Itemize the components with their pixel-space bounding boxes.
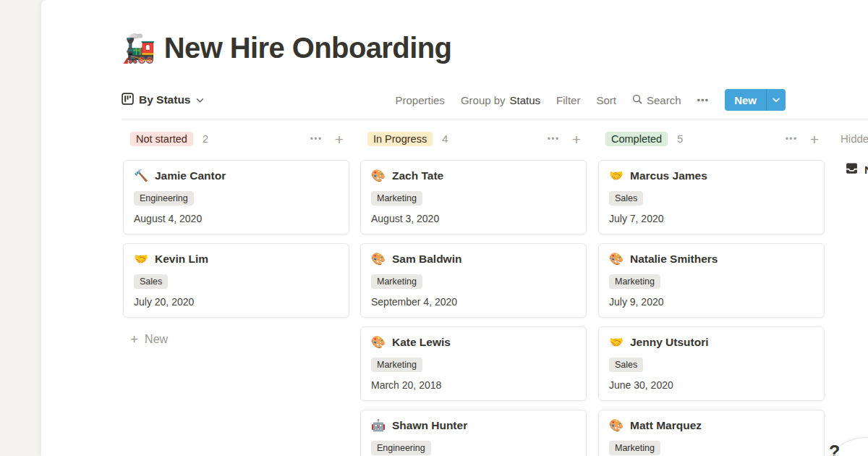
palette-icon: 🎨 <box>371 335 386 349</box>
card-name: Kate Lewis <box>392 336 451 349</box>
card-jenny-utsutori[interactable]: 🤝Jenny Utsutori Sales June 30, 2020 <box>598 326 825 401</box>
card-date: July 20, 2020 <box>134 296 339 308</box>
card-date: July 9, 2020 <box>609 296 814 308</box>
robot-icon: 🤖 <box>371 418 386 432</box>
card-name: Kevin Lim <box>155 253 208 266</box>
card-shawn-hunter[interactable]: 🤖Shawn Hunter Engineering <box>360 410 587 456</box>
search-label: Search <box>647 94 681 106</box>
group-count: 5 <box>677 133 683 145</box>
card-name: Shawn Hunter <box>392 419 467 432</box>
page-title-text: New Hire Onboarding <box>164 32 452 64</box>
card-date: September 4, 2020 <box>371 296 576 308</box>
group-count: 2 <box>203 133 208 145</box>
chevron-down-icon <box>196 93 204 106</box>
card-list: 🤝Marcus James Sales July 7, 2020 🎨Natali… <box>598 160 825 456</box>
card-date: August 3, 2020 <box>371 213 576 224</box>
group-by-prefix: Group by <box>461 94 506 106</box>
group-pill-not-started[interactable]: Not started <box>130 132 193 146</box>
search-button[interactable]: Search <box>632 94 681 106</box>
new-button[interactable]: New <box>725 89 786 111</box>
card-tag: Marketing <box>371 274 422 289</box>
card-date: July 7, 2020 <box>609 213 814 224</box>
add-card-label: New <box>145 333 168 346</box>
column-more-icon[interactable]: ••• <box>786 134 798 144</box>
view-switcher[interactable]: By Status <box>122 93 204 108</box>
palette-icon: 🎨 <box>609 252 624 266</box>
card-zach-tate[interactable]: 🎨Zach Tate Marketing August 3, 2020 <box>360 160 587 235</box>
column-completed: Completed 5 ••• + 🤝Marcus James Sales Ju… <box>598 129 825 149</box>
column-header: In Progress 4 ••• + <box>360 129 587 149</box>
card-date: June 30, 2020 <box>609 379 814 391</box>
card-name: Jamie Cantor <box>155 169 226 182</box>
card-tag: Engineering <box>371 441 431 455</box>
card-name: Natalie Smithers <box>630 253 718 266</box>
card-name: Zach Tate <box>392 169 443 182</box>
sort-button[interactable]: Sort <box>596 94 616 106</box>
column-add-icon[interactable]: + <box>572 132 581 147</box>
card-tag: Marketing <box>371 191 422 206</box>
toolbar-right: Properties Group by Status Filter Sort S… <box>396 89 786 111</box>
hidden-groups-toggle[interactable]: Hidden groups <box>841 132 868 145</box>
properties-button[interactable]: Properties <box>396 94 445 106</box>
card-list: 🔨Jamie Cantor Engineering August 4, 2020… <box>123 160 349 347</box>
card-tag: Engineering <box>134 191 194 206</box>
card-tag: Sales <box>609 358 643 372</box>
group-count: 4 <box>442 133 448 145</box>
palette-icon: 🎨 <box>371 169 386 182</box>
column-add-icon[interactable]: + <box>335 132 344 147</box>
card-name: Sam Baldwin <box>392 253 461 266</box>
card-tag: Marketing <box>371 358 422 372</box>
toolbar: By Status Properties Group by Status Fil… <box>122 88 786 111</box>
card-name: Jenny Utsutori <box>630 336 709 349</box>
plus-icon: + <box>130 332 138 347</box>
column-add-icon[interactable]: + <box>810 132 819 147</box>
inbox-icon <box>845 161 859 178</box>
card-tag: Sales <box>134 274 168 289</box>
card-jamie-cantor[interactable]: 🔨Jamie Cantor Engineering August 4, 2020 <box>123 160 349 235</box>
page-title: 🚂 New Hire Onboarding <box>122 32 451 64</box>
hidden-group-name: No Status <box>864 164 868 177</box>
card-kevin-lim[interactable]: 🤝Kevin Lim Sales July 20, 2020 <box>123 243 349 318</box>
handshake-icon: 🤝 <box>609 335 624 349</box>
search-icon <box>632 94 642 106</box>
column-header: Completed 5 ••• + <box>598 129 825 149</box>
column-in-progress: In Progress 4 ••• + 🎨Zach Tate Marketing… <box>360 129 587 149</box>
card-name: Matt Marquez <box>630 419 702 432</box>
filter-button[interactable]: Filter <box>556 94 580 106</box>
new-button-dropdown[interactable] <box>766 89 786 111</box>
card-marcus-james[interactable]: 🤝Marcus James Sales July 7, 2020 <box>598 160 825 235</box>
new-button-label[interactable]: New <box>725 89 766 111</box>
group-by-value: Status <box>510 94 541 106</box>
card-sam-baldwin[interactable]: 🎨Sam Baldwin Marketing September 4, 2020 <box>360 243 587 318</box>
card-date: March 20, 2018 <box>371 379 576 391</box>
column-more-icon[interactable]: ••• <box>310 134 323 144</box>
card-list: 🎨Zach Tate Marketing August 3, 2020 🎨Sam… <box>360 160 587 456</box>
handshake-icon: 🤝 <box>609 169 624 182</box>
view-name: By Status <box>139 93 191 106</box>
add-card-button[interactable]: + New <box>123 332 349 347</box>
page-icon: 🚂 <box>122 35 156 62</box>
group-pill-completed[interactable]: Completed <box>605 132 668 146</box>
card-kate-lewis[interactable]: 🎨Kate Lewis Marketing March 20, 2018 <box>360 326 587 401</box>
column-more-icon[interactable]: ••• <box>548 134 560 144</box>
more-options-button[interactable]: ••• <box>697 95 710 106</box>
card-natalie-smithers[interactable]: 🎨Natalie Smithers Marketing July 9, 2020 <box>598 243 825 318</box>
card-date: August 4, 2020 <box>134 213 339 224</box>
card-tag: Sales <box>609 191 643 206</box>
card-matt-marquez[interactable]: 🎨Matt Marquez Marketing <box>598 410 825 456</box>
handshake-icon: 🤝 <box>134 252 148 266</box>
notion-page: 🚂 New Hire Onboarding By Status Properti… <box>41 0 868 456</box>
card-tag: Marketing <box>609 274 660 289</box>
group-by-button[interactable]: Group by Status <box>461 94 540 106</box>
column-header: Not started 2 ••• + <box>123 129 349 149</box>
hammer-icon: 🔨 <box>134 169 148 182</box>
hidden-group-no-status[interactable]: No Status <box>845 161 868 178</box>
column-not-started: Not started 2 ••• + 🔨Jamie Cantor Engine… <box>123 129 349 149</box>
toolbar-divider <box>122 119 868 119</box>
palette-icon: 🎨 <box>371 252 386 266</box>
board-view-icon <box>122 93 134 108</box>
card-name: Marcus James <box>630 169 707 182</box>
group-pill-in-progress[interactable]: In Progress <box>367 132 433 146</box>
card-tag: Marketing <box>609 441 660 455</box>
help-question-mark: ? <box>829 442 840 456</box>
